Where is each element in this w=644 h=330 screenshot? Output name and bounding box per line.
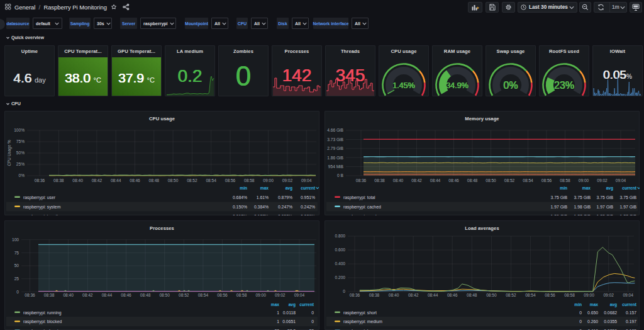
svg-text:0.600: 0.600 <box>335 248 345 252</box>
svg-text:max: max <box>582 186 591 190</box>
svg-text:08:46: 08:46 <box>121 293 131 297</box>
svg-text:3.75 GiB: 3.75 GiB <box>574 195 591 200</box>
svg-text:1: 1 <box>277 319 279 324</box>
svg-text:avg: avg <box>606 186 613 191</box>
svg-text:08:48: 08:48 <box>140 293 151 297</box>
svg-text:0: 0 <box>579 310 582 315</box>
svg-text:raspberrypi: system: raspberrypi: system <box>23 205 61 210</box>
svg-text:3.75 GiB: 3.75 GiB <box>620 195 637 200</box>
svg-text:0.197: 0.197 <box>626 319 636 324</box>
svg-text:raspberrypi: short: raspberrypi: short <box>343 310 377 316</box>
svg-text:max: max <box>271 302 280 307</box>
svg-text:0: 0 <box>311 310 314 315</box>
svg-text:08:42: 08:42 <box>411 178 422 183</box>
svg-text:954 MiB: 954 MiB <box>328 164 344 169</box>
svg-text:raspberrypi: user: raspberrypi: user <box>23 195 56 200</box>
svg-text:08:58: 08:58 <box>236 293 247 297</box>
svg-text:08:58: 08:58 <box>244 178 255 183</box>
svg-text:1.37 GiB: 1.37 GiB <box>574 214 591 215</box>
svg-text:08:56: 08:56 <box>541 178 552 183</box>
svg-text:09:02: 09:02 <box>603 293 614 297</box>
svg-text:08:42: 08:42 <box>82 293 93 297</box>
svg-text:0.247%: 0.247% <box>278 205 292 209</box>
svg-text:1.97 GiB: 1.97 GiB <box>551 205 568 209</box>
svg-text:08:36: 08:36 <box>356 178 367 183</box>
svg-text:avg: avg <box>610 302 617 307</box>
svg-text:1.30 GiB: 1.30 GiB <box>551 214 568 215</box>
svg-text:08:40: 08:40 <box>72 178 83 183</box>
svg-text:0.0355: 0.0355 <box>604 319 617 324</box>
svg-text:08:38: 08:38 <box>44 293 55 297</box>
svg-text:3.75 GiB: 3.75 GiB <box>597 195 614 200</box>
svg-text:0: 0 <box>16 290 19 294</box>
svg-text:09:00: 09:00 <box>255 293 266 297</box>
svg-text:09:04: 09:04 <box>616 178 626 183</box>
svg-text:08:42: 08:42 <box>92 178 103 183</box>
svg-text:25: 25 <box>14 276 19 281</box>
svg-text:09:02: 09:02 <box>597 178 608 183</box>
svg-text:08:48: 08:48 <box>467 178 478 183</box>
svg-text:0.684%: 0.684% <box>233 195 247 200</box>
svg-text:min: min <box>560 186 567 190</box>
svg-text:min: min <box>240 186 247 190</box>
svg-text:raspberrypi: total: raspberrypi: total <box>343 195 375 200</box>
svg-text:1.97 GiB: 1.97 GiB <box>597 205 614 209</box>
svg-text:08:52: 08:52 <box>506 293 516 297</box>
svg-text:09:02: 09:02 <box>282 178 293 183</box>
svg-text:09:00: 09:00 <box>579 178 589 183</box>
svg-text:0.400: 0.400 <box>335 261 345 266</box>
svg-text:08:46: 08:46 <box>130 178 140 183</box>
svg-text:08:54: 08:54 <box>525 293 536 297</box>
svg-text:08:40: 08:40 <box>63 293 74 297</box>
svg-text:2.79 GiB: 2.79 GiB <box>327 146 343 151</box>
svg-text:08:44: 08:44 <box>430 178 441 183</box>
svg-text:0.260: 0.260 <box>587 319 598 324</box>
svg-text:0.026%: 0.026% <box>301 214 315 215</box>
svg-text:25%: 25% <box>16 162 25 166</box>
svg-text:0%: 0% <box>18 173 25 178</box>
svg-text:08:38: 08:38 <box>53 178 64 183</box>
svg-text:0: 0 <box>343 289 345 293</box>
svg-text:08:44: 08:44 <box>102 293 113 297</box>
svg-text:09:00: 09:00 <box>584 293 594 297</box>
svg-text:08:58: 08:58 <box>564 293 575 297</box>
svg-text:08:58: 08:58 <box>560 178 570 183</box>
svg-text:08:36: 08:36 <box>25 293 35 297</box>
svg-text:100: 100 <box>12 237 19 242</box>
svg-text:raspberrypi: iowait: raspberrypi: iowait <box>23 214 58 215</box>
svg-text:0.013%: 0.013% <box>233 214 247 215</box>
svg-text:50%: 50% <box>16 151 25 155</box>
svg-text:raspberrypi: blocked: raspberrypi: blocked <box>23 319 62 324</box>
svg-text:08:38: 08:38 <box>369 293 380 297</box>
svg-text:08:52: 08:52 <box>179 293 189 297</box>
svg-text:08:50: 08:50 <box>486 293 497 297</box>
svg-text:current: current <box>299 302 314 307</box>
svg-text:75%: 75% <box>16 139 25 144</box>
svg-text:max: max <box>260 186 269 190</box>
svg-text:08:54: 08:54 <box>523 178 533 183</box>
svg-text:0.157: 0.157 <box>626 310 636 315</box>
svg-text:08:56: 08:56 <box>225 178 236 183</box>
svg-text:0.0682: 0.0682 <box>604 310 617 315</box>
svg-text:08:44: 08:44 <box>428 293 438 297</box>
svg-text:08:44: 08:44 <box>111 178 121 183</box>
svg-text:0.052%: 0.052% <box>278 214 292 215</box>
svg-text:current: current <box>301 186 316 190</box>
svg-text:08:50: 08:50 <box>168 178 179 183</box>
svg-text:0: 0 <box>579 319 582 324</box>
svg-text:0: 0 <box>311 319 314 324</box>
svg-text:max: max <box>590 302 599 307</box>
svg-text:08:40: 08:40 <box>393 178 404 183</box>
svg-text:1.37 GiB: 1.37 GiB <box>620 214 637 215</box>
svg-text:08:48: 08:48 <box>149 178 160 183</box>
svg-text:1.33 GiB: 1.33 GiB <box>597 214 614 215</box>
svg-text:0.0118: 0.0118 <box>283 310 296 315</box>
svg-text:min: min <box>574 302 582 307</box>
svg-text:08:56: 08:56 <box>545 293 555 297</box>
svg-text:0.951%: 0.951% <box>301 195 315 200</box>
svg-text:4.66 GiB: 4.66 GiB <box>327 128 343 132</box>
svg-text:09:02: 09:02 <box>275 293 286 297</box>
svg-text:CPU Usage %: CPU Usage % <box>7 140 12 166</box>
svg-text:0 B: 0 B <box>337 173 343 178</box>
svg-text:09:04: 09:04 <box>294 293 305 297</box>
